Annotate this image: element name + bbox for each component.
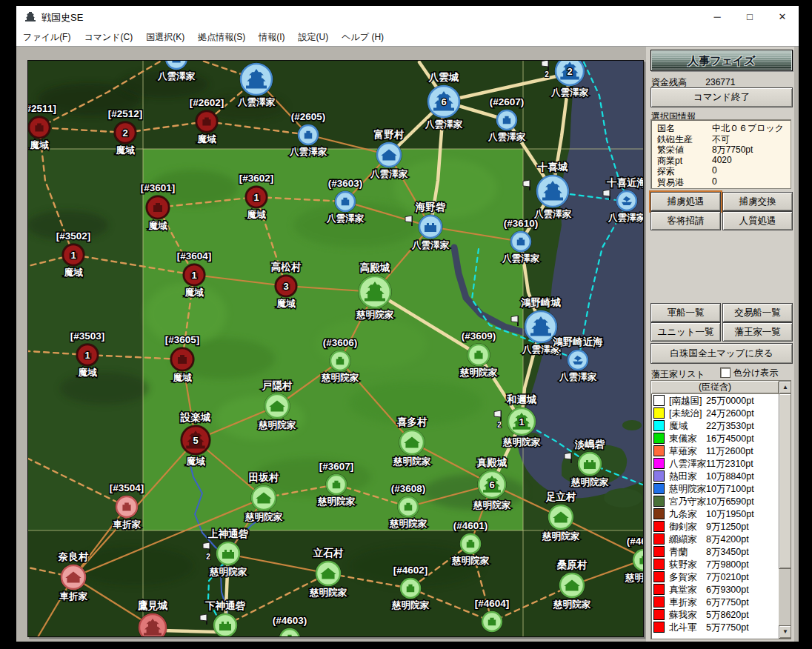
menu-item-5[interactable]: 情報(I) [252,28,291,46]
menu-item-1[interactable]: ファイル(F) [16,28,77,46]
map-node-takamatsu[interactable]: 3 [275,275,297,297]
list-button-3[interactable]: ユニット一覧 [650,322,721,342]
clan-row[interactable]: 多賀家7万0210pt [651,570,779,583]
clan-row[interactable]: 熱田家10万8840pt [651,470,779,482]
map-node-h2605[interactable] [298,124,319,145]
action-button-2[interactable]: 捕虜交換 [722,192,793,211]
action-button-4[interactable]: 人質処遇 [722,211,793,230]
action-button-1[interactable]: 捕虜処遇 [650,192,721,211]
map-node-tateishi[interactable] [316,561,341,586]
info-value: 4020 [712,155,732,165]
map-viewport[interactable]: 26221113151262八雲澤家高右城八雲澤家[#2602]魔域(#2605… [27,60,644,637]
map-node-takadono[interactable] [359,276,391,308]
funds-value: 236771 [705,77,735,87]
scrollbar-thumb[interactable] [779,393,791,569]
clan-row[interactable]: 慈明院家10万7100pt [651,482,779,495]
map-node-h3602[interactable]: 1 [245,186,267,208]
map-label: 下神通砦 [205,600,246,611]
map-node-h3504[interactable] [116,496,138,518]
map-node-kita[interactable] [399,430,425,455]
menu-item-6[interactable]: 設定(U) [292,28,336,46]
islet [604,488,642,507]
map-node-nara[interactable] [61,565,86,590]
clan-row[interactable]: 御剣家9万1250pt [651,520,779,533]
map-label: 慈明院家 [321,372,359,383]
map-node-h3601[interactable] [146,196,170,219]
clan-row[interactable]: 纐纈家8万4200pt [651,533,779,545]
map-node-h3604[interactable]: 1 [183,264,205,286]
menu-bar: ファイル(F)コマンド(C)国選択(K)拠点情報(S)情報(I)設定(U)ヘルプ… [16,28,799,47]
clan-name: 八雲澤家 [669,458,706,470]
list-button-1[interactable]: 軍船一覧 [650,303,721,322]
close-button[interactable]: ✕ [766,6,799,28]
map-node-h2602[interactable] [196,110,218,133]
app-window: 戦国史SE ─ □ ✕ ファイル(F)コマンド(C)国選択(K)拠点情報(S)情… [16,6,799,642]
clan-row[interactable]: 荻野家7万9800pt [651,558,779,570]
map-node-h2607[interactable] [496,110,517,130]
country-info-row: 商業pt4020 [657,155,788,166]
map-node-h4604[interactable] [482,611,502,632]
map-node-h3502[interactable]: 1 [62,244,84,266]
map-node-takau[interactable] [240,63,273,96]
action-button-3[interactable]: 客将招請 [650,211,721,230]
map-label: (#3608) [391,483,426,494]
clan-row[interactable]: 宮乃守家10万6590pt [651,495,779,507]
clan-list-label: 藩王家リスト [651,368,705,381]
clan-row[interactable]: 八雲澤家11万2310pt [651,457,779,470]
clan-row[interactable]: 車折家6万7750pt [651,596,779,608]
clan-row[interactable]: 東儀家16万4500pt [651,432,779,445]
clan-listbox[interactable]: (臣従含) [南越国]25万0000pt[未統治]24万2600pt魔域22万3… [650,380,791,639]
map-node-h4602[interactable] [400,578,421,599]
menu-item-2[interactable]: コマンド(C) [77,28,139,46]
map-node-kuwabara[interactable] [559,573,585,598]
clan-row[interactable]: [南越国]25万0000pt [651,394,779,407]
road-major [162,630,217,632]
map-node-yakumojo[interactable]: 6 [427,85,460,118]
map-node-shitara[interactable]: 5 [181,425,210,455]
map-node-h3608[interactable] [398,496,419,517]
map-node-adachi[interactable] [548,505,573,530]
map-node-h3603[interactable] [335,191,356,212]
clan-row[interactable]: 魔域22万3530pt [651,419,779,432]
map-node-tasaka[interactable] [251,485,276,510]
map-node-h4601[interactable] [460,533,481,554]
scroll-up-arrow[interactable]: ▲ [779,381,791,394]
back-to-map-button[interactable]: 白珠国全土マップに戻る [650,343,793,364]
clan-row[interactable]: 北斗軍5万7750pt [651,621,779,633]
map-node-h3503[interactable]: 1 [76,344,99,366]
unit-count: 5 [193,435,198,446]
map-node-madono[interactable]: 6 [478,470,506,499]
map-node-h3607[interactable] [326,474,347,495]
map-node-h2511[interactable] [28,116,50,139]
clan-list-scrollbar[interactable]: ▲ ▼ [779,381,791,639]
map-label: 慈明院家 [356,309,394,320]
map-node-takami[interactable] [139,613,167,636]
map-node-h3609[interactable] [467,344,490,366]
maximize-button[interactable]: □ [733,6,766,28]
menu-item-3[interactable]: 国選択(K) [139,28,191,46]
map-label: 魔域 [148,220,168,231]
map-label: 魔域 [247,209,267,220]
clan-row[interactable]: [未統治]24万2600pt [651,407,779,419]
clan-row[interactable]: 青蘭8万3450pt [651,545,779,558]
minimize-button[interactable]: ─ [701,6,733,28]
scroll-down-arrow[interactable]: ▼ [779,625,791,639]
map-node-h3605[interactable] [170,347,194,371]
list-button-4[interactable]: 藩王家一覧 [722,322,793,342]
map-node-togakushi[interactable] [264,393,290,419]
color-display-checkbox[interactable] [720,367,731,378]
list-button-2[interactable]: 交易船一覧 [722,303,793,322]
map-node-h3610[interactable] [510,231,531,252]
clan-row[interactable]: 九条家10万1950pt [651,507,779,520]
clan-row[interactable]: 蘇我家5万8620pt [651,608,779,621]
map-node-tomino[interactable] [376,142,402,167]
end-command-button[interactable]: コマンド終了 [650,87,793,107]
menu-item-7[interactable]: ヘルプ (H) [335,28,390,46]
map-node-h3606[interactable] [330,350,350,371]
menu-item-4[interactable]: 拠点情報(S) [191,28,252,46]
map-node-h2512[interactable]: 2 [114,122,136,144]
strategy-map[interactable]: 26221113151262八雲澤家高右城八雲澤家[#2602]魔域(#2605… [28,61,643,636]
clan-row[interactable]: 草薙家11万2600pt [651,445,779,457]
clan-row[interactable]: 真堂家6万9300pt [651,583,779,596]
map-label: 桑原村 [556,559,588,570]
